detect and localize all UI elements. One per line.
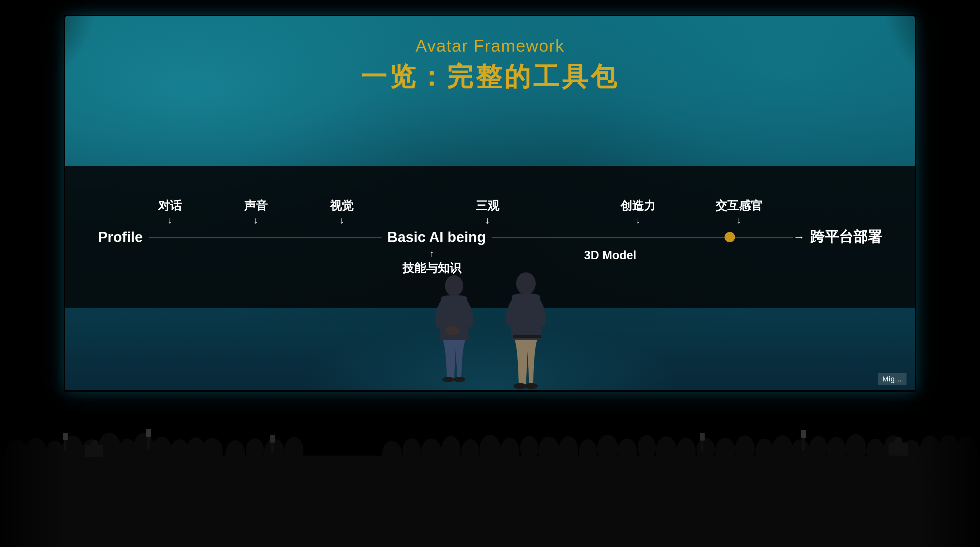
slide-title-area: Avatar Framework 一览：完整的工具包 [65,36,915,95]
label-duihua: 对话 ↓ [157,198,183,226]
main-line-row: Profile Basic AI being → 跨平台部署 [98,226,882,248]
svg-point-45 [866,439,885,465]
node-profile: Profile [98,229,143,245]
svg-point-63 [538,437,559,465]
audience-svg [0,390,980,547]
slide-title-en: Avatar Framework [65,36,915,56]
svg-point-35 [755,439,773,465]
label-jiaohuganguan: 交互感官 ↓ [715,198,762,226]
vignette-br [915,417,980,547]
label-shengyin-text: 声音 [244,198,267,214]
label-duihua-arrow: ↓ [167,215,172,226]
presenters-area [375,268,605,392]
svg-point-1 [445,326,460,335]
svg-point-32 [697,437,715,463]
label-sanguan-arrow: ↓ [485,215,490,226]
label-sanguan-text: 三观 [476,198,499,214]
svg-point-59 [461,439,480,465]
svg-point-24 [202,438,223,465]
line-left [149,237,382,237]
svg-point-60 [480,435,500,463]
svg-point-16 [133,433,154,462]
svg-point-7 [525,383,538,389]
svg-point-57 [421,439,442,467]
svg-rect-30 [270,435,275,442]
svg-point-55 [382,441,402,467]
svg-point-58 [441,436,461,463]
svg-point-54 [91,440,98,447]
svg-point-38 [809,436,827,461]
label-duihua-text: 对话 [158,198,181,214]
svg-point-61 [500,438,519,465]
svg-point-36 [772,435,793,464]
info-box-text: Mig... [882,375,902,383]
line-middle [492,237,725,237]
presenters-svg [375,268,605,392]
vignette-tr [882,0,980,98]
label-3dmodel-text: 3D Model [584,248,636,262]
svg-point-52 [894,437,902,445]
svg-point-44 [845,434,866,463]
label-chuangzaoli-text: 创造力 [620,198,655,214]
svg-point-56 [402,438,421,463]
label-chuangzaoli: 创造力 ↓ [620,198,655,226]
svg-rect-40 [700,433,705,440]
svg-point-2 [442,377,454,382]
svg-point-37 [791,439,810,465]
svg-point-34 [735,435,755,463]
svg-point-31 [676,438,696,465]
node-basic-ai: Basic AI being [387,229,486,245]
circle-node [725,232,735,242]
label-jineng-arrow: ↑ [430,248,434,259]
vignette-tl [0,0,98,98]
svg-rect-5 [513,335,541,338]
svg-point-68 [638,435,656,460]
info-box: Mig... [878,373,907,385]
svg-point-17 [152,437,172,463]
svg-rect-21 [146,429,151,437]
svg-point-67 [617,439,637,465]
label-shijue-text: 视觉 [330,198,353,214]
label-shengyin-arrow: ↓ [253,215,258,226]
label-shijue: 视觉 ↓ [329,198,355,226]
slide-title-cn: 一览：完整的工具包 [65,59,915,95]
label-chuangzaoli-arrow: ↓ [636,215,640,226]
svg-rect-42 [801,430,806,438]
labels-above-row: 对话 ↓ 声音 ↓ 视觉 ↓ [98,190,882,226]
presenter-1 [435,275,473,382]
label-3dmodel: 3D Model [584,248,636,262]
svg-point-25 [225,440,245,467]
presenter-2 [506,272,546,389]
vignette-bl [0,417,65,547]
label-jiaohuganguan-arrow: ↓ [737,215,741,226]
label-jiaohuganguan-text: 交互感官 [715,198,762,214]
svg-point-3 [453,377,465,382]
svg-point-66 [597,435,618,463]
svg-point-62 [520,436,538,461]
svg-point-26 [246,438,264,463]
svg-point-22 [170,439,189,465]
label-shengyin: 声音 ↓ [243,198,269,226]
label-shijue-arrow: ↓ [339,215,344,226]
line-right [735,237,793,237]
svg-point-4 [516,272,536,294]
svg-point-28 [285,437,304,463]
svg-rect-8 [0,456,980,547]
svg-point-64 [558,436,578,464]
svg-point-0 [445,275,463,296]
node-cross-platform: 跨平台部署 [810,227,882,246]
svg-point-27 [264,439,285,467]
scene: Avatar Framework 一览：完整的工具包 对话 ↓ [0,0,980,547]
svg-point-69 [656,436,677,465]
svg-point-33 [715,438,736,467]
audience-area [0,390,980,547]
label-sanguan: 三观 ↓ [474,198,500,226]
svg-point-65 [579,439,597,465]
arrow-head: → [793,230,805,244]
svg-point-43 [826,437,846,464]
